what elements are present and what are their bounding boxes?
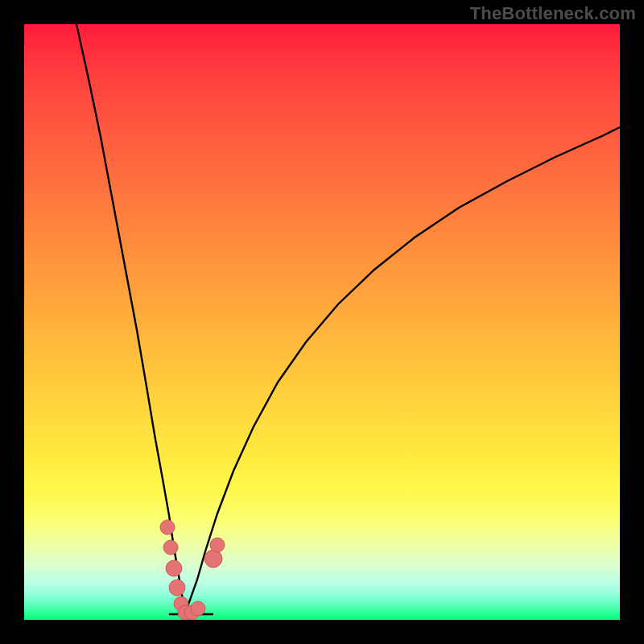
marker-dot xyxy=(169,580,185,596)
marker-dot xyxy=(191,601,205,616)
watermark-text: TheBottleneck.com xyxy=(470,3,636,24)
marker-dot xyxy=(210,538,225,552)
bottleneck-curve xyxy=(76,24,620,613)
highlight-markers xyxy=(160,520,225,620)
plot-area xyxy=(24,24,620,620)
chart-frame: TheBottleneck.com xyxy=(0,0,644,644)
marker-dot xyxy=(166,560,182,576)
marker-dot xyxy=(160,520,175,535)
marker-dot xyxy=(163,540,178,555)
curve-layer xyxy=(24,24,620,620)
marker-dot xyxy=(204,550,222,568)
